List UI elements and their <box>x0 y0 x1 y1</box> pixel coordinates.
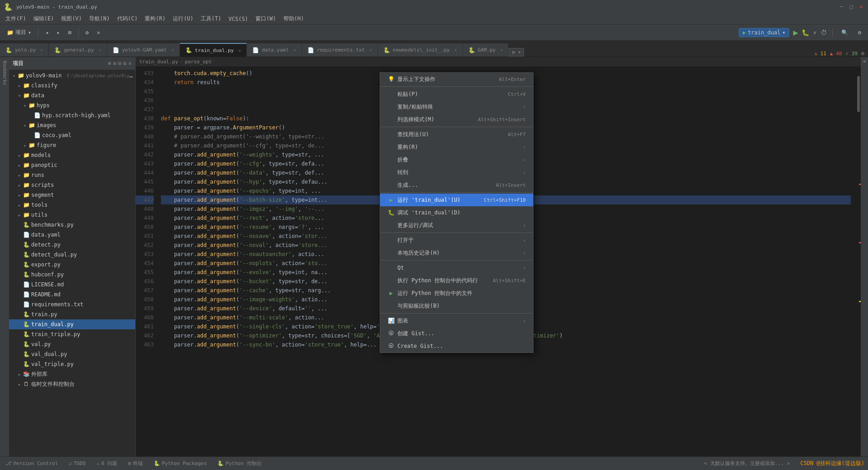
ctx-item-generate[interactable]: 生成... Alt+Insert <box>380 179 533 191</box>
sidebar-item-external-libs[interactable]: ▸ 📚 外部库 <box>9 369 135 379</box>
ctx-item-run-python-console[interactable]: ▶ 运行 Python 控制台中的文件 <box>380 287 533 299</box>
tab-close-gam[interactable]: ✕ <box>500 47 503 52</box>
ctx-item-qt[interactable]: Qt › <box>380 261 533 274</box>
toolbar-close[interactable]: ✕ <box>94 27 103 38</box>
sidebar-item-detect[interactable]: 🐍 detect.py <box>9 240 135 250</box>
ctx-item-refactor[interactable]: 重构(R) › <box>380 141 533 153</box>
sidebar-item-figure[interactable]: ▸ 📁 figure <box>9 140 135 150</box>
tab-requirements[interactable]: 📄 requirements.txt ✕ <box>302 43 378 57</box>
ctx-item-open-in[interactable]: 打开于 › <box>380 234 533 247</box>
status-python-console[interactable]: 🐍 Python 控制台 <box>216 460 263 467</box>
profile-button[interactable]: ⏱ <box>821 29 827 36</box>
tab-close-train-dual[interactable]: ✕ <box>238 48 241 53</box>
ctx-item-create-gist2[interactable]: ⦿ Create Gist... <box>380 340 533 352</box>
sidebar-item-val-dual[interactable]: 🐍 val_dual.py <box>9 349 135 359</box>
status-problems[interactable]: ⚠ 0 问题 <box>94 460 119 467</box>
ctx-item-fold[interactable]: 折叠 › <box>380 153 533 166</box>
ctx-item-goto[interactable]: 转到 › <box>380 166 533 179</box>
sidebar-item-readme[interactable]: 📄 README.md <box>9 290 135 299</box>
toolbar-nav-forward[interactable]: ▸ <box>53 27 63 38</box>
toolbar-settings[interactable]: ⚙ <box>82 27 92 38</box>
sidebar-item-utils[interactable]: ▸ 📁 utils <box>9 210 135 220</box>
status-python-packages[interactable]: 🐍 Python Packages <box>152 461 208 466</box>
tab-overflow-button[interactable]: m ▾ <box>509 48 524 57</box>
sidebar-item-images[interactable]: ▾ 📁 images <box>9 120 135 130</box>
menu-view[interactable]: 视图(V) <box>57 14 85 24</box>
maximize-button[interactable]: □ <box>848 4 854 10</box>
tab-yolov9-gam-yaml[interactable]: 📄 yolov9-GAM.yaml ✕ <box>107 43 180 57</box>
tab-train-dual-py[interactable]: 🐍 train_dual.py ✕ <box>180 43 247 57</box>
sidebar-item-benchmarks[interactable]: 🐍 benchmarks.py <box>9 220 135 230</box>
debug-button[interactable]: 🐛 <box>802 29 809 36</box>
menu-window[interactable]: 窗口(W) <box>252 14 280 24</box>
sidebar-item-temp[interactable]: ▸ 🗒 临时文件和控制台 <box>9 379 135 389</box>
project-button[interactable]: 📁 项目 ▾ <box>4 27 34 38</box>
sidebar-item-hubconf[interactable]: 🐍 hubconf.py <box>9 270 135 280</box>
ctx-item-compare-clipboard[interactable]: 与剪贴板比较(B) <box>380 299 533 312</box>
sidebar-collapse-icon[interactable]: ⊟ <box>118 60 121 66</box>
sidebar-item-export[interactable]: 🐍 export.py <box>9 260 135 270</box>
sidebar-item-runs[interactable]: ▸ 📁 runs <box>9 170 135 180</box>
status-terminal[interactable]: ⊞ 终端 <box>126 460 145 467</box>
sidebar-item-tools[interactable]: ▸ 📁 tools <box>9 200 135 210</box>
sidebar-item-hyp-scratch[interactable]: 📄 hyp.scratch-high.yaml <box>9 110 135 120</box>
ctx-item-column-select[interactable]: 列选择模式(M) Alt+Shift+Insert <box>380 113 533 126</box>
ctx-item-run[interactable]: ▶ 运行 'train_dual'(U) Ctrl+Shift+F10 <box>380 194 533 206</box>
run-config-selector[interactable]: ▶ train_dual ▾ <box>739 28 790 37</box>
ctx-item-show-context[interactable]: 💡 显示上下文操作 Alt+Enter <box>380 73 533 85</box>
ctx-item-diagram[interactable]: 📊 图表 › <box>380 314 533 327</box>
sidebar-item-detect-dual[interactable]: 🐍 detect_dual.py <box>9 250 135 260</box>
tab-close-requirements[interactable]: ✕ <box>369 47 372 52</box>
ctx-item-local-history[interactable]: 本地历史记录(H) › <box>380 247 533 259</box>
menu-code[interactable]: 代码(C) <box>113 14 142 24</box>
tab-settings-btn[interactable]: ⚙ <box>861 50 864 57</box>
sidebar-item-train-triple[interactable]: 🐍 train_triple.py <box>9 329 135 339</box>
toolbar-nav-back[interactable]: ◂ <box>42 27 52 38</box>
sidebar-item-val-triple[interactable]: 🐍 val_triple.py <box>9 359 135 369</box>
menu-help[interactable]: 帮助(H) <box>280 14 308 24</box>
sidebar-settings-icon[interactable]: ⚙ <box>123 60 127 66</box>
tab-newmodels-init[interactable]: 🐍 newmodels\_init_.py ✕ <box>378 43 463 57</box>
menu-edit[interactable]: 编辑(E) <box>30 14 58 24</box>
close-button[interactable]: ✕ <box>858 4 864 10</box>
sidebar-locate-icon[interactable]: ⊕ <box>108 60 111 66</box>
ctx-item-find-usage[interactable]: 查找用法(U) Alt+F7 <box>380 128 533 141</box>
sidebar-root[interactable]: ▾ 📁 yolov9-main E:\Desktop\new-yolov9\yo… <box>9 71 135 81</box>
status-todo[interactable]: ☑ TODO <box>67 461 87 466</box>
ctx-item-exec-python[interactable]: 执行 Python 控制台中的代码行 Alt+Shift+E <box>380 274 533 287</box>
settings-button[interactable]: ⚙ <box>855 27 864 38</box>
sidebar-item-train[interactable]: 🐍 train.py <box>9 309 135 319</box>
tab-close-general[interactable]: ✕ <box>99 47 101 52</box>
ctx-item-debug[interactable]: 🐛 调试 'train_dual'(D) <box>380 206 533 219</box>
sidebar-item-segment[interactable]: ▸ 📁 segment <box>9 190 135 200</box>
tab-close-yaml[interactable]: ✕ <box>171 47 174 52</box>
ctx-item-create-gist[interactable]: ⦿ 创建 Gist... <box>380 327 533 340</box>
sidebar-close-icon[interactable]: ✕ <box>128 60 132 66</box>
minimize-button[interactable]: ─ <box>838 4 844 10</box>
tab-data-yaml[interactable]: 📄 data.yaml ✕ <box>247 43 302 57</box>
ctx-item-more-run[interactable]: 更多运行/调试 › <box>380 219 533 232</box>
tab-general-py[interactable]: 🐍 general.py ✕ <box>49 43 107 57</box>
sidebar-item-models[interactable]: ▸ 📁 models <box>9 150 135 160</box>
bookmarks-icon[interactable]: Bookmarks <box>2 61 7 85</box>
menu-vcs[interactable]: VCS(S) <box>225 14 252 24</box>
tab-gam-py[interactable]: 🐍 GAM.py ✕ <box>463 43 509 57</box>
sidebar-item-train-dual[interactable]: 🐍 train_dual.py <box>9 319 135 329</box>
ctx-item-paste[interactable]: 粘贴(P) Ctrl+V <box>380 88 533 100</box>
sidebar-item-data[interactable]: ▾ 📁 data <box>9 90 135 100</box>
ctx-item-paste-special[interactable]: 复制/粘贴特殊 › <box>380 100 533 113</box>
menu-refactor[interactable]: 重构(R) <box>141 14 169 24</box>
coverage-button[interactable]: ⚡ <box>813 29 816 36</box>
status-version-control[interactable]: ⎇ Version Control <box>4 461 60 466</box>
sidebar-item-license[interactable]: 📄 LICENSE.md <box>9 280 135 290</box>
tab-close-newmodels[interactable]: ✕ <box>454 47 457 52</box>
sidebar-item-coco-yaml[interactable]: 📄 coco.yaml <box>9 130 135 140</box>
search-button[interactable]: 🔍 <box>838 27 851 38</box>
menu-file[interactable]: 文件(F) <box>2 14 30 24</box>
sidebar-item-hyps[interactable]: ▾ 📁 hyps <box>9 100 135 110</box>
sidebar-item-classify[interactable]: ▸ 📁 classify <box>9 81 135 90</box>
menu-tools[interactable]: 工具(T) <box>197 14 225 24</box>
sidebar-item-data-yaml[interactable]: 📄 data.yaml <box>9 230 135 240</box>
sidebar-item-val[interactable]: 🐍 val.py <box>9 339 135 349</box>
rsb-icon-1[interactable]: ≡ <box>863 59 866 64</box>
